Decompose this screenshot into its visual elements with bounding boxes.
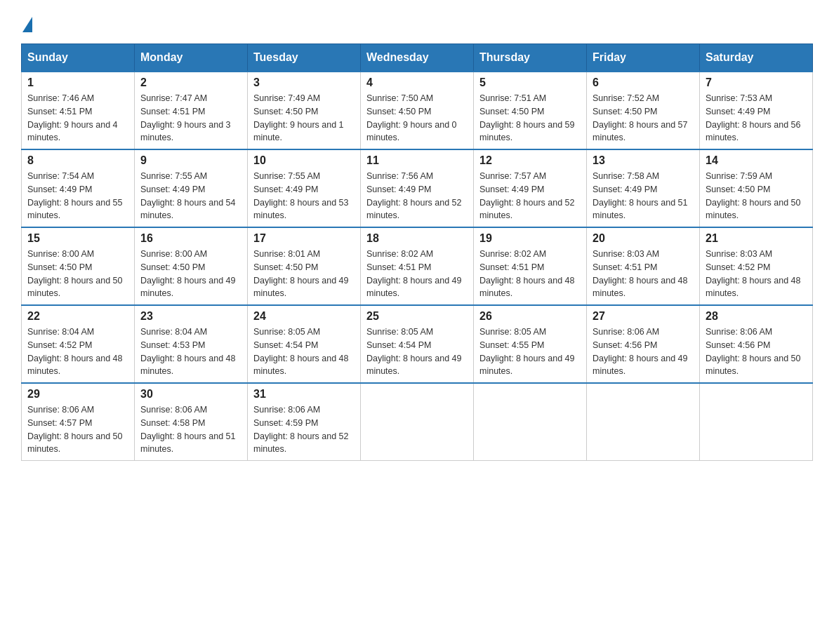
calendar-cell: 30 Sunrise: 8:06 AM Sunset: 4:58 PM Dayl… (135, 383, 248, 461)
day-info: Sunrise: 8:05 AM Sunset: 4:54 PM Dayligh… (253, 326, 355, 378)
calendar-cell: 24 Sunrise: 8:05 AM Sunset: 4:54 PM Dayl… (248, 305, 361, 383)
day-number: 11 (366, 154, 468, 167)
day-info: Sunrise: 8:04 AM Sunset: 4:52 PM Dayligh… (27, 326, 128, 378)
day-number: 10 (253, 154, 355, 167)
calendar-cell: 22 Sunrise: 8:04 AM Sunset: 4:52 PM Dayl… (22, 305, 135, 383)
calendar-table: SundayMondayTuesdayWednesdayThursdayFrid… (21, 43, 813, 461)
calendar-cell: 7 Sunrise: 7:53 AM Sunset: 4:49 PM Dayli… (700, 72, 813, 149)
day-info: Sunrise: 8:06 AM Sunset: 4:58 PM Dayligh… (140, 403, 241, 456)
day-number: 27 (593, 310, 694, 323)
day-number: 3 (253, 76, 355, 89)
calendar-cell: 8 Sunrise: 7:54 AM Sunset: 4:49 PM Dayli… (22, 149, 135, 227)
logo (21, 14, 32, 29)
calendar-week-row: 29 Sunrise: 8:06 AM Sunset: 4:57 PM Dayl… (22, 383, 813, 461)
calendar-week-row: 8 Sunrise: 7:54 AM Sunset: 4:49 PM Dayli… (22, 149, 813, 227)
day-info: Sunrise: 8:03 AM Sunset: 4:51 PM Dayligh… (593, 248, 694, 300)
day-info: Sunrise: 7:46 AM Sunset: 4:51 PM Dayligh… (27, 92, 128, 145)
day-info: Sunrise: 7:47 AM Sunset: 4:51 PM Dayligh… (140, 92, 241, 145)
day-number: 17 (253, 232, 355, 245)
day-number: 29 (27, 388, 128, 401)
day-number: 16 (140, 232, 241, 245)
day-number: 13 (593, 154, 694, 167)
calendar-week-row: 1 Sunrise: 7:46 AM Sunset: 4:51 PM Dayli… (22, 72, 813, 149)
day-number: 25 (366, 310, 468, 323)
day-number: 23 (140, 310, 241, 323)
calendar-cell: 27 Sunrise: 8:06 AM Sunset: 4:56 PM Dayl… (587, 305, 700, 383)
calendar-cell: 23 Sunrise: 8:04 AM Sunset: 4:53 PM Dayl… (135, 305, 248, 383)
day-info: Sunrise: 7:50 AM Sunset: 4:50 PM Dayligh… (366, 92, 468, 145)
calendar-cell: 19 Sunrise: 8:02 AM Sunset: 4:51 PM Dayl… (474, 227, 587, 305)
calendar-cell: 9 Sunrise: 7:55 AM Sunset: 4:49 PM Dayli… (135, 149, 248, 227)
day-info: Sunrise: 7:56 AM Sunset: 4:49 PM Dayligh… (366, 170, 468, 222)
calendar-cell (700, 383, 813, 461)
day-number: 19 (479, 232, 581, 245)
calendar-day-header: Friday (587, 44, 700, 72)
day-info: Sunrise: 8:06 AM Sunset: 4:56 PM Dayligh… (706, 326, 807, 378)
day-number: 8 (27, 154, 128, 167)
calendar-cell: 18 Sunrise: 8:02 AM Sunset: 4:51 PM Dayl… (361, 227, 474, 305)
calendar-cell: 17 Sunrise: 8:01 AM Sunset: 4:50 PM Dayl… (248, 227, 361, 305)
day-info: Sunrise: 7:57 AM Sunset: 4:49 PM Dayligh… (479, 170, 581, 222)
calendar-cell: 6 Sunrise: 7:52 AM Sunset: 4:50 PM Dayli… (587, 72, 700, 149)
day-info: Sunrise: 8:02 AM Sunset: 4:51 PM Dayligh… (366, 248, 468, 300)
calendar-day-header: Tuesday (248, 44, 361, 72)
calendar-cell: 29 Sunrise: 8:06 AM Sunset: 4:57 PM Dayl… (22, 383, 135, 461)
day-info: Sunrise: 7:52 AM Sunset: 4:50 PM Dayligh… (593, 92, 694, 145)
day-number: 14 (706, 154, 807, 167)
calendar-day-header: Wednesday (361, 44, 474, 72)
day-number: 22 (27, 310, 128, 323)
day-number: 2 (140, 76, 241, 89)
calendar-cell: 1 Sunrise: 7:46 AM Sunset: 4:51 PM Dayli… (22, 72, 135, 149)
calendar-cell (587, 383, 700, 461)
day-number: 30 (140, 388, 241, 401)
day-info: Sunrise: 7:59 AM Sunset: 4:50 PM Dayligh… (706, 170, 807, 222)
day-info: Sunrise: 8:06 AM Sunset: 4:57 PM Dayligh… (27, 403, 128, 456)
day-info: Sunrise: 8:02 AM Sunset: 4:51 PM Dayligh… (479, 248, 581, 300)
calendar-cell: 13 Sunrise: 7:58 AM Sunset: 4:49 PM Dayl… (587, 149, 700, 227)
day-number: 24 (253, 310, 355, 323)
calendar-week-row: 22 Sunrise: 8:04 AM Sunset: 4:52 PM Dayl… (22, 305, 813, 383)
calendar-cell (474, 383, 587, 461)
calendar-cell: 15 Sunrise: 8:00 AM Sunset: 4:50 PM Dayl… (22, 227, 135, 305)
calendar-cell: 2 Sunrise: 7:47 AM Sunset: 4:51 PM Dayli… (135, 72, 248, 149)
day-info: Sunrise: 8:06 AM Sunset: 4:59 PM Dayligh… (253, 403, 355, 456)
day-info: Sunrise: 8:05 AM Sunset: 4:55 PM Dayligh… (479, 326, 581, 378)
day-info: Sunrise: 7:53 AM Sunset: 4:49 PM Dayligh… (706, 92, 807, 145)
day-number: 1 (27, 76, 128, 89)
day-number: 26 (479, 310, 581, 323)
day-number: 4 (366, 76, 468, 89)
day-number: 28 (706, 310, 807, 323)
day-info: Sunrise: 7:51 AM Sunset: 4:50 PM Dayligh… (479, 92, 581, 145)
day-info: Sunrise: 7:54 AM Sunset: 4:49 PM Dayligh… (27, 170, 128, 222)
calendar-cell: 4 Sunrise: 7:50 AM Sunset: 4:50 PM Dayli… (361, 72, 474, 149)
day-number: 6 (593, 76, 694, 89)
day-info: Sunrise: 7:55 AM Sunset: 4:49 PM Dayligh… (140, 170, 241, 222)
calendar-cell: 21 Sunrise: 8:03 AM Sunset: 4:52 PM Dayl… (700, 227, 813, 305)
day-number: 5 (479, 76, 581, 89)
day-info: Sunrise: 7:49 AM Sunset: 4:50 PM Dayligh… (253, 92, 355, 145)
calendar-cell: 3 Sunrise: 7:49 AM Sunset: 4:50 PM Dayli… (248, 72, 361, 149)
day-info: Sunrise: 8:06 AM Sunset: 4:56 PM Dayligh… (593, 326, 694, 378)
calendar-cell: 14 Sunrise: 7:59 AM Sunset: 4:50 PM Dayl… (700, 149, 813, 227)
calendar-cell: 31 Sunrise: 8:06 AM Sunset: 4:59 PM Dayl… (248, 383, 361, 461)
calendar-day-header: Sunday (22, 44, 135, 72)
calendar-cell: 11 Sunrise: 7:56 AM Sunset: 4:49 PM Dayl… (361, 149, 474, 227)
page-header (21, 14, 813, 29)
day-info: Sunrise: 8:05 AM Sunset: 4:54 PM Dayligh… (366, 326, 468, 378)
day-info: Sunrise: 7:55 AM Sunset: 4:49 PM Dayligh… (253, 170, 355, 222)
day-info: Sunrise: 8:00 AM Sunset: 4:50 PM Dayligh… (140, 248, 241, 300)
day-number: 31 (253, 388, 355, 401)
calendar-cell: 26 Sunrise: 8:05 AM Sunset: 4:55 PM Dayl… (474, 305, 587, 383)
calendar-day-header: Thursday (474, 44, 587, 72)
calendar-cell: 28 Sunrise: 8:06 AM Sunset: 4:56 PM Dayl… (700, 305, 813, 383)
day-info: Sunrise: 7:58 AM Sunset: 4:49 PM Dayligh… (593, 170, 694, 222)
calendar-cell (361, 383, 474, 461)
day-number: 12 (479, 154, 581, 167)
day-number: 18 (366, 232, 468, 245)
calendar-cell: 16 Sunrise: 8:00 AM Sunset: 4:50 PM Dayl… (135, 227, 248, 305)
logo-triangle-icon (22, 17, 32, 32)
day-info: Sunrise: 8:01 AM Sunset: 4:50 PM Dayligh… (253, 248, 355, 300)
day-number: 20 (593, 232, 694, 245)
day-number: 9 (140, 154, 241, 167)
calendar-cell: 20 Sunrise: 8:03 AM Sunset: 4:51 PM Dayl… (587, 227, 700, 305)
